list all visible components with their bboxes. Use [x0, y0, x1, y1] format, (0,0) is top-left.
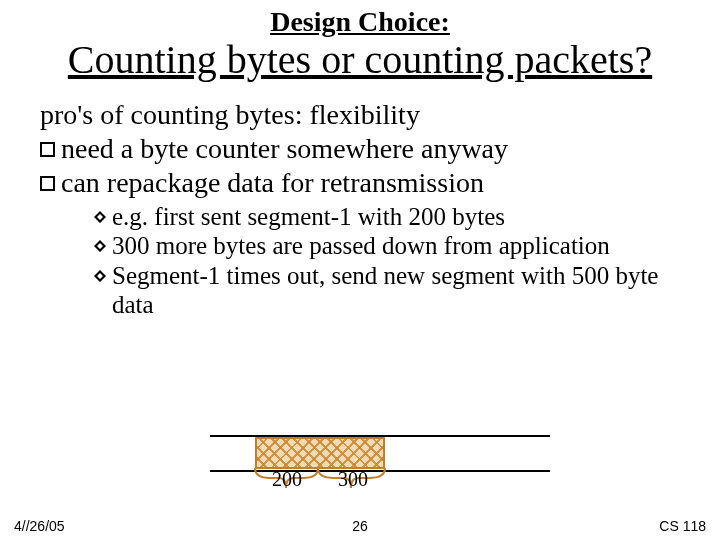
sub-item: 300 more bytes are passed down from appl…	[94, 231, 680, 261]
seg1-label: 200	[272, 468, 302, 491]
bullet-text: need a byte counter somewhere anyway	[61, 133, 680, 165]
lead-text: pro's of counting bytes: flexibility	[40, 99, 680, 131]
sub-item: e.g. first sent segment-1 with 200 bytes	[94, 202, 680, 232]
sub-item: Segment-1 times out, send new segment wi…	[94, 261, 680, 320]
bullet-item: can repackage data for retransmission	[40, 167, 680, 199]
bytes-diagram: 200 300	[210, 420, 550, 500]
diagram-segment-band	[255, 437, 385, 469]
band-border	[255, 437, 385, 469]
sub-bullets: e.g. first sent segment-1 with 200 bytes…	[40, 202, 680, 320]
footer-date: 4//26/05	[14, 518, 65, 534]
bullet-text: can repackage data for retransmission	[61, 167, 680, 199]
diamond-bullet-icon	[94, 240, 106, 252]
slide: Design Choice: Counting bytes or countin…	[0, 0, 720, 540]
sub-text: 300 more bytes are passed down from appl…	[112, 231, 610, 261]
square-bullet-icon	[40, 176, 55, 191]
footer-page: 26	[352, 518, 368, 534]
diamond-bullet-icon	[94, 270, 106, 282]
slide-body: pro's of counting bytes: flexibility nee…	[0, 83, 720, 320]
diamond-bullet-icon	[94, 211, 106, 223]
seg2-label: 300	[338, 468, 368, 491]
title-line-1: Design Choice:	[0, 6, 720, 38]
sub-text: Segment-1 times out, send new segment wi…	[112, 261, 680, 320]
sub-text: e.g. first sent segment-1 with 200 bytes	[112, 202, 505, 232]
square-bullet-icon	[40, 142, 55, 157]
bullet-item: need a byte counter somewhere anyway	[40, 133, 680, 165]
slide-title: Design Choice: Counting bytes or countin…	[0, 0, 720, 83]
title-line-2: Counting bytes or counting packets?	[0, 36, 720, 83]
footer-course: CS 118	[659, 518, 706, 534]
